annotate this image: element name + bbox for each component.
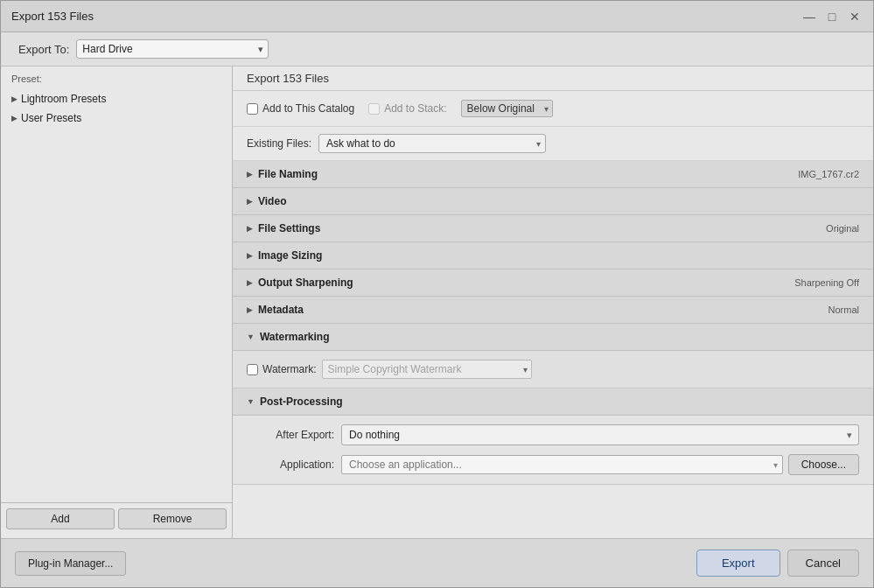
post-processing-title: Post-Processing xyxy=(260,396,859,408)
application-input[interactable] xyxy=(341,455,783,474)
image-sizing-section[interactable]: ▶ Image Sizing xyxy=(233,242,873,270)
application-combo-wrapper xyxy=(341,455,783,474)
output-sharpening-title: Output Sharpening xyxy=(258,276,794,289)
export-to-label: Export To: xyxy=(18,43,69,56)
metadata-triangle: ▶ xyxy=(247,305,253,314)
watermarking-content: Watermark: Simple Copyright Watermark No… xyxy=(233,351,873,388)
file-settings-title: File Settings xyxy=(258,222,826,234)
main-area: Preset: ▶ Lightroom Presets ▶ User Prese… xyxy=(1,66,873,538)
sidebar-footer: Add Remove xyxy=(1,502,232,535)
export-to-select[interactable]: Hard Drive Email CD/DVD Phone/Tablet xyxy=(76,39,269,59)
watermarking-triangle: ▼ xyxy=(247,332,255,341)
sidebar-content: ▶ Lightroom Presets ▶ User Presets xyxy=(1,88,232,502)
metadata-title: Metadata xyxy=(258,304,829,316)
file-settings-section[interactable]: ▶ File Settings Original xyxy=(233,215,873,242)
watermark-select[interactable]: Simple Copyright Watermark None xyxy=(322,360,532,379)
file-naming-triangle: ▶ xyxy=(247,170,253,178)
add-to-catalog-label[interactable]: Add to This Catalog xyxy=(247,102,354,115)
user-presets-label: User Presets xyxy=(21,112,81,124)
titlebar-controls: — □ ✕ xyxy=(801,9,863,24)
add-to-catalog-text: Add to This Catalog xyxy=(262,102,354,115)
minimize-button[interactable]: — xyxy=(801,9,817,24)
scrollable-content: Add to This Catalog Add to Stack: Below … xyxy=(233,91,873,538)
output-sharpening-section[interactable]: ▶ Output Sharpening Sharpening Off xyxy=(233,270,873,297)
after-export-label: After Export: xyxy=(247,429,334,441)
video-section[interactable]: ▶ Video xyxy=(233,188,873,215)
choose-button[interactable]: Choose... xyxy=(788,454,859,475)
video-triangle: ▶ xyxy=(247,197,253,206)
application-label: Application: xyxy=(247,458,334,471)
dialog-footer: Plug-in Manager... Export Cancel xyxy=(1,538,873,587)
below-original-wrapper: Below Original Above Original xyxy=(461,100,553,117)
application-row: Application: Choose... xyxy=(247,454,859,475)
existing-files-label: Existing Files: xyxy=(247,137,311,150)
maximize-button[interactable]: □ xyxy=(824,9,840,24)
file-naming-section[interactable]: ▶ File Naming IMG_1767.cr2 xyxy=(233,161,873,188)
sidebar-item-lightroom-presets[interactable]: ▶ Lightroom Presets xyxy=(1,89,232,108)
lightroom-presets-label: Lightroom Presets xyxy=(21,93,106,105)
existing-files-select[interactable]: Ask what to do Choose a new name for the… xyxy=(318,134,546,153)
application-input-wrapper: Choose... xyxy=(341,454,859,475)
existing-files-select-wrapper: Ask what to do Choose a new name for the… xyxy=(318,134,546,153)
add-to-stack-text: Add to Stack: xyxy=(384,102,446,115)
output-sharpening-value: Sharpening Off xyxy=(794,277,859,288)
sidebar-item-user-presets[interactable]: ▶ User Presets xyxy=(1,108,232,128)
file-naming-value: IMG_1767.cr2 xyxy=(798,169,859,179)
watermark-checkbox-label[interactable]: Watermark: xyxy=(247,363,317,375)
image-sizing-triangle: ▶ xyxy=(247,251,253,260)
preset-label: Preset: xyxy=(1,70,232,88)
cancel-button[interactable]: Cancel xyxy=(787,550,859,577)
output-sharpening-triangle: ▶ xyxy=(247,278,253,287)
dialog-title: Export 153 Files xyxy=(11,10,94,23)
export-to-row: Export To: Hard Drive Email CD/DVD Phone… xyxy=(1,32,873,66)
remove-preset-button[interactable]: Remove xyxy=(118,508,227,529)
export-to-select-wrapper: Hard Drive Email CD/DVD Phone/Tablet xyxy=(76,39,269,59)
lightroom-presets-triangle: ▶ xyxy=(11,94,17,103)
watermark-checkbox[interactable] xyxy=(247,364,258,375)
post-processing-content: After Export: Do nothing Show in Finder … xyxy=(233,416,873,485)
footer-right-buttons: Export Cancel xyxy=(696,550,859,577)
watermarking-title: Watermarking xyxy=(260,331,859,343)
catalog-row: Add to This Catalog Add to Stack: Below … xyxy=(233,91,873,127)
plugin-manager-button[interactable]: Plug-in Manager... xyxy=(15,551,126,576)
watermark-select-wrapper: Simple Copyright Watermark None xyxy=(322,360,532,379)
after-export-wrapper: Do nothing Show in Finder Open in Lightr… xyxy=(341,424,859,445)
add-to-stack-checkbox[interactable] xyxy=(368,103,380,115)
video-title: Video xyxy=(258,195,859,207)
export-dialog: Export 153 Files — □ ✕ Export To: Hard D… xyxy=(0,0,874,588)
user-presets-triangle: ▶ xyxy=(11,114,17,122)
metadata-value: Normal xyxy=(829,304,859,315)
close-button[interactable]: ✕ xyxy=(847,9,863,24)
file-settings-value: Original xyxy=(826,223,859,234)
existing-files-row: Existing Files: Ask what to do Choose a … xyxy=(233,127,873,161)
post-processing-triangle: ▼ xyxy=(247,397,255,406)
post-processing-section[interactable]: ▼ Post-Processing xyxy=(233,388,873,416)
add-to-stack-label[interactable]: Add to Stack: xyxy=(368,102,446,115)
add-to-catalog-checkbox[interactable] xyxy=(247,103,258,115)
metadata-section[interactable]: ▶ Metadata Normal xyxy=(233,297,873,324)
after-export-select[interactable]: Do nothing Show in Finder Open in Lightr… xyxy=(341,424,859,445)
add-preset-button[interactable]: Add xyxy=(6,508,115,529)
content-header: Export 153 Files xyxy=(233,66,873,91)
file-settings-triangle: ▶ xyxy=(247,224,253,233)
titlebar: Export 153 Files — □ ✕ xyxy=(1,1,873,32)
watermarking-section[interactable]: ▼ Watermarking xyxy=(233,324,873,351)
content-panel: Export 153 Files Add to This Catalog Add… xyxy=(233,66,873,538)
after-export-row: After Export: Do nothing Show in Finder … xyxy=(247,424,859,445)
image-sizing-title: Image Sizing xyxy=(258,249,859,262)
below-original-select[interactable]: Below Original Above Original xyxy=(461,100,553,117)
sidebar: Preset: ▶ Lightroom Presets ▶ User Prese… xyxy=(1,66,233,538)
export-button[interactable]: Export xyxy=(696,550,780,577)
file-naming-title: File Naming xyxy=(258,168,798,180)
watermark-label: Watermark: xyxy=(262,363,317,375)
